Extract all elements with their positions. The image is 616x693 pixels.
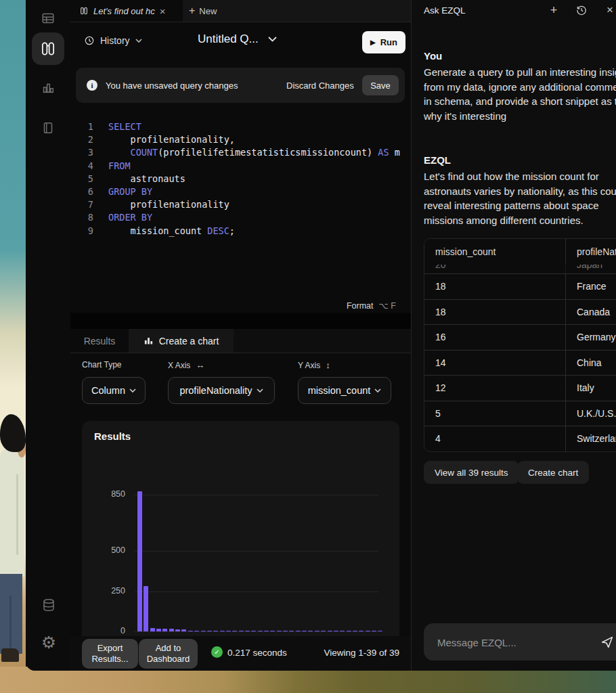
chart-bar bbox=[194, 631, 199, 631]
code-line: 5 astronauts bbox=[70, 173, 411, 185]
code-line: 7 profilenationality bbox=[70, 198, 411, 211]
chart-bar bbox=[359, 631, 364, 631]
chart-bar bbox=[296, 631, 301, 631]
person-leg-gap bbox=[9, 596, 12, 654]
y-tick-label: 500 bbox=[95, 545, 125, 555]
ask-ezql-panel: Ask EZQL + × You Generate a query to pul… bbox=[411, 0, 616, 671]
banner-message: You have unsaved query changes bbox=[106, 81, 238, 91]
chart-type-select[interactable]: Column bbox=[82, 377, 146, 404]
chart-bar bbox=[321, 631, 326, 631]
chart-bar bbox=[232, 631, 237, 631]
query-duration: 0.217 seconds bbox=[227, 648, 287, 658]
ezql-message-label: EZQL bbox=[424, 154, 451, 166]
export-results-button[interactable]: Export Results... bbox=[82, 639, 138, 669]
query-title-dropdown[interactable]: Untitled Q... bbox=[198, 32, 277, 46]
close-tab-icon[interactable]: × bbox=[160, 6, 166, 16]
chart-bar bbox=[144, 586, 148, 631]
gridline bbox=[135, 495, 378, 495]
history-label: History bbox=[100, 35, 130, 46]
chart-bar bbox=[372, 631, 376, 631]
tab-create-a-chart[interactable]: Create a chart bbox=[129, 329, 234, 353]
save-button[interactable]: Save bbox=[362, 75, 399, 95]
binoculars-icon-active[interactable] bbox=[32, 32, 64, 65]
format-label: Format bbox=[347, 301, 374, 311]
close-panel-icon[interactable]: × bbox=[604, 4, 616, 16]
gridline bbox=[135, 551, 378, 552]
format-button[interactable]: Format ⌥ F bbox=[347, 300, 396, 311]
x-axis-select[interactable]: profileNationality bbox=[168, 377, 275, 404]
chat-history-icon[interactable] bbox=[575, 4, 588, 16]
binoculars-icon bbox=[79, 6, 89, 16]
send-icon[interactable] bbox=[600, 635, 615, 650]
gridline bbox=[135, 591, 378, 592]
chevron-down-icon bbox=[135, 39, 142, 43]
notebook-icon[interactable] bbox=[41, 120, 56, 135]
message-input-wrap bbox=[424, 623, 616, 661]
chart-bar bbox=[162, 629, 167, 631]
y-tick-label: 850 bbox=[95, 489, 125, 499]
table-row: 18Canada bbox=[424, 299, 616, 325]
panel-title: Ask EZQL bbox=[424, 5, 466, 16]
chart-bar bbox=[188, 631, 193, 631]
new-chat-icon[interactable]: + bbox=[548, 4, 560, 16]
add-to-dashboard-button[interactable]: Add to Dashboard bbox=[139, 639, 198, 669]
chart-bar bbox=[277, 631, 282, 631]
column-header: profileNationality bbox=[565, 239, 616, 265]
chart-bar bbox=[334, 631, 338, 631]
person-shoe bbox=[1, 648, 19, 662]
chart-bar bbox=[340, 631, 345, 631]
tab-results[interactable]: Results bbox=[70, 329, 129, 353]
ezql-message-text: Let's find out how the mission count for… bbox=[424, 169, 616, 227]
screen: ⚙ Let's find out hc × + New bbox=[0, 0, 616, 693]
column-chart: 8505002500 bbox=[82, 421, 399, 644]
sql-editor[interactable]: 1SELECT2 profilenationality,3 COUNT(prof… bbox=[70, 120, 411, 238]
you-message-text: Generate a query to pull an interesting … bbox=[424, 65, 616, 123]
unsaved-changes-banner: i You have unsaved query changes Discard… bbox=[76, 68, 405, 103]
chart-bar bbox=[347, 631, 351, 631]
message-input[interactable] bbox=[436, 623, 594, 662]
plus-icon: + bbox=[189, 5, 195, 17]
chart-bar bbox=[283, 631, 288, 631]
chart-bar bbox=[156, 629, 161, 631]
tab-bar: Let's find out hc × + New bbox=[70, 0, 411, 22]
database-icon[interactable] bbox=[41, 597, 56, 612]
y-axis-label: Y Axis ↕ bbox=[298, 360, 330, 370]
table-row: 14China bbox=[424, 350, 616, 376]
viewing-range: Viewing 1-39 of 39 bbox=[324, 648, 399, 658]
chart-bar bbox=[270, 631, 275, 631]
y-axis-select[interactable]: mission_count bbox=[298, 377, 391, 404]
run-button[interactable]: ▶ Run bbox=[362, 31, 405, 53]
chart-bar bbox=[207, 631, 212, 631]
you-message-label: You bbox=[424, 50, 442, 62]
new-tab-button[interactable]: + New bbox=[189, 0, 217, 22]
clock-icon bbox=[84, 35, 95, 46]
code-line: 4FROM bbox=[70, 160, 411, 173]
create-chart-button[interactable]: Create chart bbox=[517, 461, 589, 484]
table-icon[interactable] bbox=[41, 11, 56, 26]
chart-bar bbox=[251, 631, 256, 631]
column-header: mission_count bbox=[424, 246, 565, 257]
main-column: Let's find out hc × + New History U bbox=[70, 0, 412, 671]
sidebar: ⚙ bbox=[26, 0, 71, 671]
chart-bar bbox=[302, 631, 307, 631]
chart-type-value: Column bbox=[91, 385, 125, 396]
bar-chart-icon[interactable] bbox=[41, 80, 56, 95]
table-header-row: mission_count profileNationality bbox=[424, 239, 616, 265]
history-dropdown[interactable]: History bbox=[84, 35, 142, 46]
tab-active-query[interactable]: Let's find out hc × bbox=[70, 0, 183, 22]
chart-bar bbox=[181, 629, 186, 631]
format-shortcut: ⌥ F bbox=[378, 300, 396, 311]
chevron-down-icon bbox=[257, 388, 263, 393]
chart-results-card: Results 8505002500 bbox=[82, 421, 399, 644]
run-label: Run bbox=[380, 37, 397, 47]
tab-label: Let's find out hc bbox=[93, 6, 155, 16]
gear-icon[interactable]: ⚙ bbox=[39, 633, 58, 651]
chart-bar bbox=[353, 631, 357, 631]
query-title-label: Untitled Q... bbox=[198, 32, 259, 46]
chart-bar bbox=[169, 629, 174, 631]
view-all-results-button[interactable]: View all 39 results bbox=[424, 461, 519, 484]
code-line: 1SELECT bbox=[70, 120, 411, 133]
gridline bbox=[135, 631, 378, 632]
person-arm bbox=[16, 474, 18, 555]
discard-changes-button[interactable]: Discard Changes bbox=[286, 81, 354, 91]
